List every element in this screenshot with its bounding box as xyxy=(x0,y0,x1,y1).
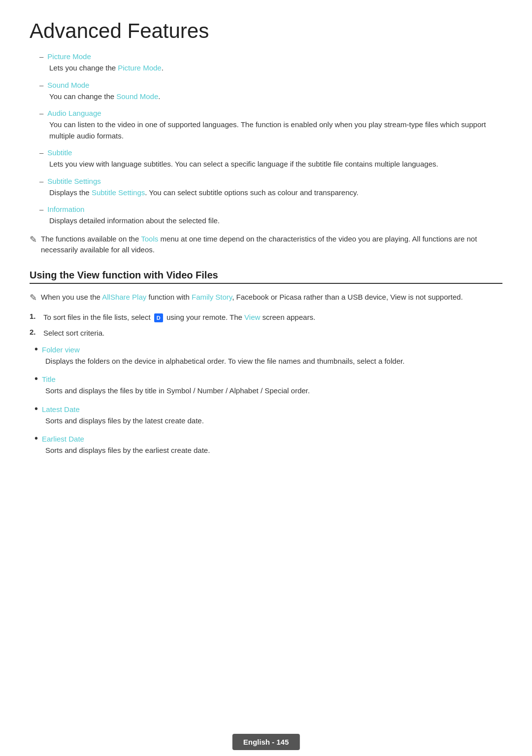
subtitle-settings-text-after: . You can select subtitle options such a… xyxy=(145,188,358,197)
dash-item-subtitle: – Subtitle Lets you view with language s… xyxy=(39,148,502,170)
dash-item-picture-mode: – Picture Mode Lets you change the Pictu… xyxy=(39,52,502,74)
sound-mode-inline-link[interactable]: Sound Mode xyxy=(116,92,158,101)
bullet-dot: • xyxy=(34,344,38,354)
dash-item-audio-language: – Audio Language You can listen to the v… xyxy=(39,109,502,141)
step-1-num: 1. xyxy=(30,312,38,320)
step-1-text-before: To sort files in the file lists, select xyxy=(43,313,153,321)
picture-mode-body: Lets you change the Picture Mode. xyxy=(49,63,502,74)
dash-item-information: – Information Displays detailed informat… xyxy=(39,205,502,227)
sound-mode-link[interactable]: Sound Mode xyxy=(47,81,89,89)
step-1: 1. To sort files in the file lists, sele… xyxy=(30,312,502,323)
dash-symbol: – xyxy=(39,109,43,117)
subtitle-settings-body: Displays the Subtitle Settings. You can … xyxy=(49,187,502,199)
information-link[interactable]: Information xyxy=(47,205,84,213)
subtitle-settings-text-before: Displays the xyxy=(49,188,92,197)
dash-item-subtitle-settings: – Subtitle Settings Displays the Subtitl… xyxy=(39,177,502,199)
step-2: 2. Select sort criteria. xyxy=(30,328,502,339)
audio-language-body: You can listen to the video in one of su… xyxy=(49,119,502,141)
subtitle-settings-inline-link[interactable]: Subtitle Settings xyxy=(92,188,145,197)
sound-mode-text-after: . xyxy=(158,92,160,101)
step-2-num: 2. xyxy=(30,328,38,336)
note1-text-before: The functions available on the xyxy=(41,235,141,243)
bullet-dot: • xyxy=(34,404,38,413)
page-title: Advanced Features xyxy=(30,20,502,42)
title-body: Sorts and displays the files by title in… xyxy=(45,385,502,397)
allshare-play-link[interactable]: AllShare Play xyxy=(102,293,146,301)
picture-mode-inline-link[interactable]: Picture Mode xyxy=(118,64,161,72)
subtitle-link[interactable]: Subtitle xyxy=(47,148,72,157)
information-body: Displays detailed information about the … xyxy=(49,215,502,227)
note2-text: When you use the AllShare Play function … xyxy=(41,292,463,303)
audio-language-link[interactable]: Audio Language xyxy=(47,109,101,117)
bullet-item-latest-date: • Latest Date Sorts and displays files b… xyxy=(34,404,502,427)
tools-link[interactable]: Tools xyxy=(141,235,158,243)
step-1-text-after: screen appears. xyxy=(260,313,315,321)
latest-date-body: Sorts and displays files by the latest c… xyxy=(45,415,502,427)
sound-mode-body: You can change the Sound Mode. xyxy=(49,91,502,103)
dash-symbol: – xyxy=(39,177,43,185)
note2-text-middle: function with xyxy=(146,293,192,301)
section-title: Using the View function with Video Files xyxy=(30,270,502,284)
picture-mode-text-before: Lets you change the xyxy=(49,64,118,72)
step-1-text-mid: using your remote. The xyxy=(165,313,244,321)
note2-text-before: When you use the xyxy=(41,293,102,301)
title-link[interactable]: Title xyxy=(42,375,56,383)
dash-symbol: – xyxy=(39,148,43,157)
page-container: Advanced Features – Picture Mode Lets yo… xyxy=(0,0,532,503)
note2-block: ✎ When you use the AllShare Play functio… xyxy=(30,292,502,303)
earliest-date-link[interactable]: Earliest Date xyxy=(42,435,84,443)
folder-view-body: Displays the folders on the device in al… xyxy=(45,356,502,367)
dash-symbol: – xyxy=(39,52,43,61)
subtitle-settings-link[interactable]: Subtitle Settings xyxy=(47,177,100,185)
dash-items-list: – Picture Mode Lets you change the Pictu… xyxy=(39,52,502,227)
dash-symbol: – xyxy=(39,205,43,213)
footer: English - 145 xyxy=(233,738,300,746)
latest-date-link[interactable]: Latest Date xyxy=(42,405,80,413)
bullet-list: • Folder view Displays the folders on th… xyxy=(34,344,502,456)
bullet-item-earliest-date: • Earliest Date Sorts and displays files… xyxy=(34,433,502,456)
note1-text: The functions available on the Tools men… xyxy=(41,234,502,256)
note2-text-after: , Facebook or Picasa rather than a USB d… xyxy=(232,293,463,301)
earliest-date-body: Sorts and displays files by the earliest… xyxy=(45,445,502,456)
note-icon: ✎ xyxy=(30,234,37,245)
picture-mode-text-after: . xyxy=(162,64,164,72)
folder-view-link[interactable]: Folder view xyxy=(42,345,80,354)
bullet-dot: • xyxy=(34,433,38,443)
footer-badge: English - 145 xyxy=(233,734,300,750)
picture-mode-link[interactable]: Picture Mode xyxy=(47,52,91,61)
step-1-text: To sort files in the file lists, select … xyxy=(43,312,315,323)
bullet-item-title: • Title Sorts and displays the files by … xyxy=(34,374,502,397)
family-story-link[interactable]: Family Story xyxy=(192,293,232,301)
sound-mode-text-before: You can change the xyxy=(49,92,116,101)
view-link-step1[interactable]: View xyxy=(244,313,260,321)
ordered-steps: 1. To sort files in the file lists, sele… xyxy=(30,312,502,339)
step-2-text: Select sort criteria. xyxy=(43,328,104,339)
bullet-item-folder-view: • Folder view Displays the folders on th… xyxy=(34,344,502,367)
d-button-icon: D xyxy=(154,313,163,322)
dash-item-sound-mode: – Sound Mode You can change the Sound Mo… xyxy=(39,81,502,103)
note1-block: ✎ The functions available on the Tools m… xyxy=(30,234,502,256)
note2-icon: ✎ xyxy=(30,292,37,303)
bullet-dot: • xyxy=(34,374,38,383)
subtitle-body: Lets you view with language subtitles. Y… xyxy=(49,159,502,170)
dash-symbol: – xyxy=(39,81,43,89)
